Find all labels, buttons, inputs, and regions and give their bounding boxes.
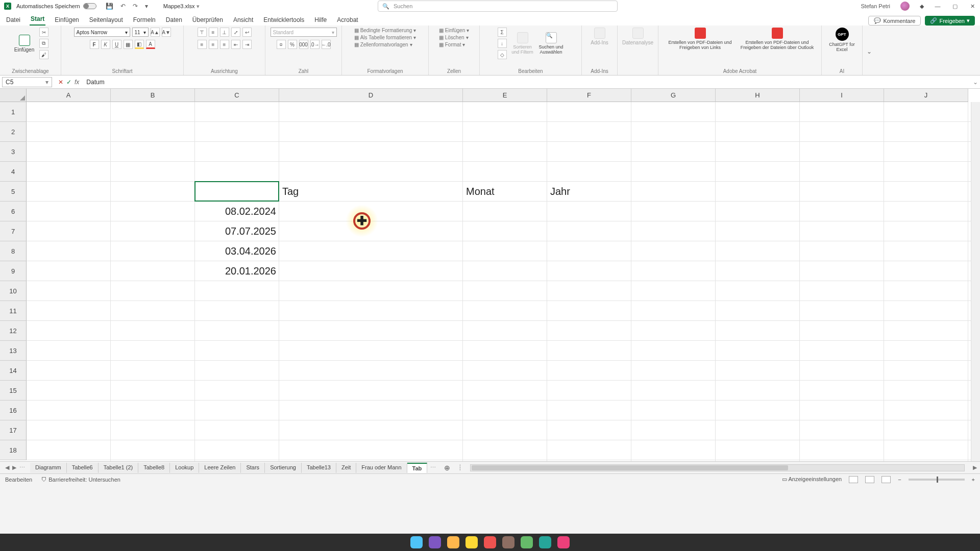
accessibility-status[interactable]: ⛉ Barrierefreiheit: Untersuchen xyxy=(41,477,120,483)
windows-taskbar[interactable] xyxy=(0,534,980,551)
zoom-out-button[interactable]: − xyxy=(898,477,901,483)
data-analysis-button[interactable]: Datenanalyse xyxy=(622,28,653,45)
display-settings-button[interactable]: ▭ Anzeigeeinstellungen xyxy=(782,476,842,483)
column-header-C[interactable]: C xyxy=(195,89,279,102)
column-header-D[interactable]: D xyxy=(279,89,463,102)
percent-icon[interactable]: % xyxy=(288,40,297,49)
comma-icon[interactable]: 000 xyxy=(299,40,308,49)
sheet-tab-frau-oder-mann[interactable]: Frau oder Mann xyxy=(356,463,407,473)
addins-button[interactable]: Add-Ins xyxy=(588,28,611,45)
wrap-text-icon[interactable]: ↩ xyxy=(242,28,252,37)
number-format-select[interactable]: Standard▾ xyxy=(271,28,337,37)
cell-D5[interactable]: Tag xyxy=(279,182,463,202)
taskbar-app-icon[interactable] xyxy=(521,536,533,548)
ribbon-tab-daten[interactable]: Daten xyxy=(165,14,183,26)
spreadsheet-grid[interactable]: ABCDEFGHIJ 123456789101112131415161718 D… xyxy=(0,89,980,461)
share-button[interactable]: 🔗 Freigeben ▾ xyxy=(925,16,975,26)
paste-button[interactable]: Einfügen xyxy=(13,35,36,53)
cell-C6[interactable]: 08.02.2024 xyxy=(195,202,279,221)
format-as-table-button[interactable]: ▦ Als Tabelle formatieren ▾ xyxy=(354,35,416,40)
sheet-tab-tabelle6[interactable]: Tabelle6 xyxy=(67,463,99,473)
row-header-1[interactable]: 1 xyxy=(0,102,27,122)
undo-icon[interactable]: ↶ xyxy=(120,3,126,10)
create-pdf-link-button[interactable]: Erstellen von PDF-Dateien und Freigeben … xyxy=(665,28,736,50)
page-break-view-button[interactable] xyxy=(881,476,891,483)
row-header-15[interactable]: 15 xyxy=(0,381,27,400)
name-box[interactable]: C5▾ xyxy=(2,77,52,87)
insert-cells-button[interactable]: ▦ Einfügen ▾ xyxy=(439,28,469,33)
conditional-formatting-button[interactable]: ▦ Bedingte Formatierung ▾ xyxy=(354,28,416,33)
chatgpt-button[interactable]: GPTChatGPT for Excel xyxy=(826,28,858,52)
sheet-tab-lookup[interactable]: Lookup xyxy=(170,463,199,473)
sort-filter-button[interactable]: Sortieren und Filtern xyxy=(510,32,535,55)
sheet-tab-diagramm[interactable]: Diagramm xyxy=(30,463,67,473)
increase-indent-icon[interactable]: ⇥ xyxy=(242,40,252,49)
row-header-2[interactable]: 2 xyxy=(0,122,27,142)
row-header-10[interactable]: 10 xyxy=(0,281,27,301)
font-color-button[interactable]: A xyxy=(146,40,155,49)
sheet-nav-more-icon[interactable]: ⋯ xyxy=(19,464,25,471)
maximize-button[interactable]: ▢ xyxy=(951,3,959,10)
row-header-11[interactable]: 11 xyxy=(0,301,27,321)
sheet-tab-sortierung[interactable]: Sortierung xyxy=(265,463,302,473)
align-left-icon[interactable]: ≡ xyxy=(198,40,207,49)
delete-cells-button[interactable]: ▦ Löschen ▾ xyxy=(439,35,469,40)
currency-icon[interactable]: ¤ xyxy=(277,40,286,49)
taskbar-app-icon[interactable] xyxy=(465,536,478,548)
sheet-nav-prev-icon[interactable]: ◀ xyxy=(5,464,9,471)
orientation-icon[interactable]: ⤢ xyxy=(231,28,240,37)
ribbon-tab-einfügen[interactable]: Einfügen xyxy=(54,14,80,26)
sheet-nav-next-icon[interactable]: ▶ xyxy=(12,464,16,471)
italic-button[interactable]: K xyxy=(101,40,110,49)
qat-more-icon[interactable]: ▾ xyxy=(145,3,148,10)
font-name-select[interactable]: Aptos Narrow▾ xyxy=(74,28,130,37)
row-header-17[interactable]: 17 xyxy=(0,420,27,440)
ribbon-tab-ansicht[interactable]: Ansicht xyxy=(232,14,254,26)
align-top-icon[interactable]: ⊤ xyxy=(198,28,207,37)
row-header-6[interactable]: 6 xyxy=(0,202,27,221)
column-header-A[interactable]: A xyxy=(27,89,111,102)
user-name[interactable]: Stefan Petri xyxy=(861,3,890,9)
ribbon-tab-formeln[interactable]: Formeln xyxy=(132,14,157,26)
clear-icon[interactable]: ◇ xyxy=(498,50,507,59)
border-button[interactable]: ▦ xyxy=(124,40,133,49)
redo-icon[interactable]: ↷ xyxy=(133,3,138,10)
document-name[interactable]: Mappe3.xlsx ▾ xyxy=(163,3,200,10)
align-center-icon[interactable]: ≡ xyxy=(209,40,218,49)
column-header-J[interactable]: J xyxy=(884,89,968,102)
close-button[interactable]: ✕ xyxy=(969,3,976,10)
decrease-indent-icon[interactable]: ⇤ xyxy=(231,40,240,49)
ribbon-tab-start[interactable]: Start xyxy=(30,13,45,26)
sheet-tab-tabelle1-2-[interactable]: Tabelle1 (2) xyxy=(99,463,138,473)
column-header-H[interactable]: H xyxy=(716,89,800,102)
decrease-font-icon[interactable]: A▼ xyxy=(162,28,171,37)
column-header-I[interactable]: I xyxy=(800,89,884,102)
bold-button[interactable]: F xyxy=(90,40,99,49)
search-box[interactable]: 🔍 Suchen xyxy=(378,1,618,12)
zoom-slider[interactable] xyxy=(909,479,965,481)
column-header-B[interactable]: B xyxy=(111,89,195,102)
taskbar-app-icon[interactable] xyxy=(447,536,459,548)
font-size-select[interactable]: 11▾ xyxy=(132,28,149,37)
column-header-E[interactable]: E xyxy=(463,89,547,102)
taskbar-app-icon[interactable] xyxy=(484,536,496,548)
taskbar-app-icon[interactable] xyxy=(429,536,441,548)
comments-button[interactable]: 💬 Kommentare xyxy=(868,16,921,26)
align-bottom-icon[interactable]: ⊥ xyxy=(220,28,229,37)
sheet-tab-stars[interactable]: Stars xyxy=(241,463,265,473)
ribbon-tab-entwicklertools[interactable]: Entwicklertools xyxy=(262,14,305,26)
sheet-tab-tabelle8[interactable]: Tabelle8 xyxy=(138,463,170,473)
row-header-7[interactable]: 7 xyxy=(0,221,27,241)
sheet-tab-tabelle13[interactable]: Tabelle13 xyxy=(302,463,336,473)
taskbar-app-icon[interactable] xyxy=(557,536,570,548)
fill-icon[interactable]: ↓ xyxy=(498,39,507,48)
row-header-9[interactable]: 9 xyxy=(0,261,27,281)
cell-E5[interactable]: Monat xyxy=(463,182,547,202)
accept-icon[interactable]: ✓ xyxy=(66,79,71,86)
ribbon-collapse-button[interactable]: ⌄ xyxy=(863,26,874,75)
row-header-18[interactable]: 18 xyxy=(0,440,27,460)
cell-C7[interactable]: 07.07.2025 xyxy=(195,221,279,241)
find-select-button[interactable]: 🔍Suchen und Auswählen xyxy=(538,32,564,55)
normal-view-button[interactable] xyxy=(849,476,858,483)
ribbon-tab-datei[interactable]: Datei xyxy=(5,14,21,26)
